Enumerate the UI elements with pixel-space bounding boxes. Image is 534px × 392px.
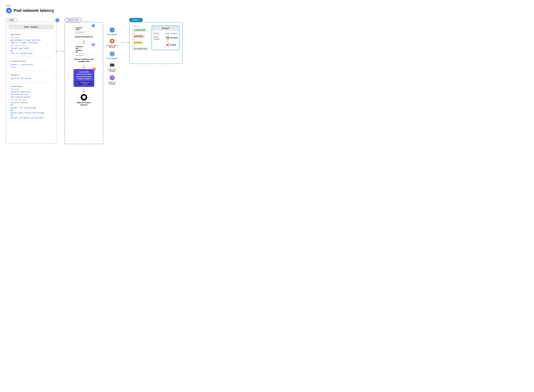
container-sandbox-card: ContainerandsandboxIDs (74, 44, 93, 57)
step2-label: Derive container andsandbox IDs (74, 58, 93, 63)
tune-label: TUNE (6, 18, 17, 22)
metrics-row: Metrics chaos metrics (154, 32, 177, 35)
probe-http: HTTP PROBE (103, 51, 121, 59)
or-divider-3: OR (132, 45, 149, 47)
chaos-item-3: destination hosts (10, 96, 52, 98)
svg-rect-21 (112, 42, 112, 42)
result-section: RESULT STATUS COMPLETED OR ERRORED OR QU… (129, 18, 183, 64)
connector-circle-right (121, 42, 122, 43)
app-detail-item-1: percentage of app replicas (10, 39, 52, 41)
exec-step-4: 🕐 Wait for ChaosInterval (68, 94, 100, 106)
user-inputs-header: User Inputs (9, 24, 54, 29)
chaos-any-2: packet loss percentage (10, 107, 52, 109)
connector-line-2 (122, 42, 128, 43)
probe-k8s: K8S PROBE (103, 27, 121, 36)
probe-srm-slo: SRM SLO PROBE (103, 75, 121, 85)
prometheus-probe-label: PROMETHEUS PROBE (106, 45, 118, 48)
output-header: Output (152, 26, 179, 31)
probes-label: PROBES (82, 21, 91, 23)
card-line-2 (76, 32, 92, 32)
probe-failed: ❌ Failed (166, 43, 177, 47)
svg-point-5 (57, 20, 58, 21)
chaos-any-4: packet corruption percentage (10, 117, 52, 119)
metrics-label: Metrics (154, 32, 164, 34)
result-or-label: OR (166, 40, 177, 42)
kubernetes-icon (6, 8, 12, 14)
chaos-inputs-group: Chaos Inputs REQUIRED network interface … (9, 83, 54, 121)
svg-rect-10 (93, 44, 94, 45)
clock-icon: 🕐 (81, 94, 87, 101)
privilege-icon: 🔒 (76, 82, 78, 84)
prometheus-probe-icon (109, 38, 115, 44)
output-box: Output Metrics chaos metrics Probe Resul… (152, 26, 179, 50)
svg-point-19 (111, 40, 113, 42)
chaos-inputs-title: Chaos Inputs (10, 85, 52, 87)
tune-box: User Inputs App Details REQUIRED percent… (6, 22, 56, 144)
execution-label: EXECUTION (65, 18, 82, 22)
step4-label: Wait for ChaosInterval (77, 102, 91, 106)
svg-point-8 (93, 26, 93, 26)
badge-queued: QUEUED (132, 41, 143, 44)
status-section: STATUS COMPLETED OR ERRORED OR QUEUED OR… (132, 26, 149, 51)
or-text-4: OR (10, 114, 52, 116)
output-body: Metrics chaos metrics Probe Results ✅ Pa… (152, 31, 179, 50)
or-divider-1: OR (132, 33, 149, 34)
sequence-title: Sequence (10, 74, 52, 76)
chaos-item-1: network interface (10, 91, 52, 93)
svg-text:>_: >_ (111, 64, 113, 66)
exec-step-2: ContainerandsandboxIDs (68, 44, 100, 63)
svg-point-14 (94, 69, 95, 70)
result-box: STATUS COMPLETED OR ERRORED OR QUEUED OR… (129, 22, 183, 64)
container-runtime-crio: crio (10, 66, 52, 68)
targeted-pods-k8s-icon (92, 24, 95, 28)
chaos-any-1: network latency (10, 102, 52, 104)
http-probe-icon (109, 51, 115, 57)
container-runtime-title: Container runtime (10, 60, 52, 62)
chaos-any-3: packet duplication percentage (10, 112, 52, 114)
k8s-probe-label: K8S PROBE (107, 34, 117, 36)
k8s-probe-icon (109, 27, 115, 33)
probe-results-row: Probe Results ✅ Passed OR ❌ Failed (154, 36, 177, 47)
sequence-value: parallel OR serial (10, 77, 52, 79)
container-sandbox-header: ContainerandsandboxIDs (76, 46, 92, 53)
app-detail-any-1: target app label (10, 47, 52, 49)
passed-label: Passed (170, 37, 177, 39)
srm-slo-probe-label: SRM SLO PROBE (108, 82, 116, 85)
privilege-text: Privilege access required (79, 82, 92, 85)
result-label: RESULT (129, 18, 143, 22)
svg-rect-20 (112, 42, 112, 42)
card-line-5 (76, 53, 87, 54)
required-label-2: REQUIRED (10, 89, 52, 90)
card-line-8 (76, 55, 84, 56)
app-detail-item-2: name of target container (10, 42, 52, 44)
down-arrow-1 (84, 40, 84, 43)
down-arrow-3 (84, 89, 84, 92)
step1-label: Derive final pod list (75, 36, 93, 38)
or-text-2: OR (10, 104, 52, 106)
svg-point-17 (112, 30, 112, 30)
metrics-value: chaos metrics (165, 32, 177, 35)
svg-rect-11 (93, 44, 94, 44)
card-line-1 (76, 31, 87, 31)
or-divider-2: OR (132, 39, 149, 41)
connector-circle-left (56, 51, 58, 52)
traffic-card-icon (93, 68, 96, 71)
any-one-label-1: ANY ONE OF THESE (10, 45, 52, 47)
badge-incompleted: INCOMPLETED (132, 47, 149, 51)
any-one-label-2: ANY ONE OF THESE (10, 99, 52, 101)
sequence-group: Sequence parallel OR serial (9, 72, 54, 82)
targeted-pods-header: TargetedPods (76, 27, 92, 30)
probe-results-label: Probe Results (154, 36, 165, 40)
card-line-6 (76, 54, 92, 54)
badge-errored: ERRORED (132, 35, 145, 38)
failed-label: Failed (170, 44, 176, 46)
tune-section: TUNE User Inputs App Details REQUIRED pe… (6, 18, 56, 144)
app-details-group: App Details REQUIRED percentage of app r… (9, 31, 54, 57)
privilege-badge: 🔒 Privilege access required (75, 81, 93, 85)
container-runtime-values: docker , containerd (10, 63, 52, 66)
card-line-3 (76, 32, 87, 33)
chaos-item-2: destination IPs (10, 93, 52, 96)
app-detail-any-2: list of target pods (10, 52, 52, 54)
container-runtime-group: Container runtime docker , containerd cr… (9, 58, 54, 70)
x-circle-icon: ❌ (166, 43, 169, 47)
